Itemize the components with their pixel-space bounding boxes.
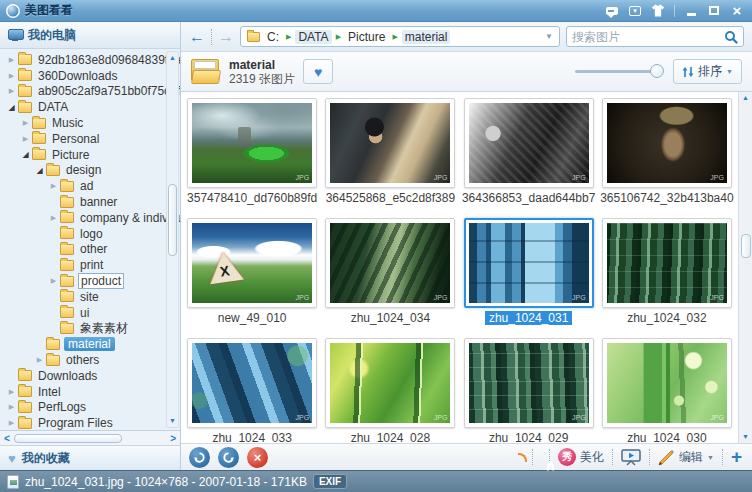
search-input[interactable] <box>572 30 724 44</box>
thumbnail-image[interactable]: JPG <box>607 103 727 183</box>
thumbnail-image[interactable]: JPG <box>469 223 589 303</box>
tree-item-Music[interactable]: ▶Music <box>2 115 180 131</box>
tree-item-others[interactable]: ▶others <box>2 352 180 368</box>
thumbnail-image[interactable]: JPG <box>607 343 727 423</box>
rotate-left-button[interactable] <box>189 447 210 468</box>
tree-item-site[interactable]: site <box>2 289 180 305</box>
expand-arrow-icon[interactable]: ▶ <box>20 119 31 127</box>
scrollbar-thumb[interactable] <box>14 434 122 443</box>
thumbnail-zhu_1024_028[interactable]: JPGzhu_1024_028 <box>323 338 457 443</box>
collapse-arrow-icon[interactable]: ◢ <box>34 166 45 175</box>
tree-item-Program Files[interactable]: ▶Program Files <box>2 415 180 430</box>
thumbnail-caption[interactable]: zhu_1024_029 <box>489 431 568 443</box>
back-button[interactable]: ← <box>189 27 205 47</box>
thumbnail-357478410_dd760b89fd[interactable]: JPG357478410_dd760b89fd <box>185 98 319 206</box>
beautify-button[interactable]: 秀 美化 <box>558 448 604 466</box>
tree-item-ad[interactable]: ▶ad <box>2 178 180 194</box>
thumbnail-364366853_daad644bb7[interactable]: JPG364366853_daad644bb7 <box>462 98 596 206</box>
scroll-up-icon[interactable]: ▲ <box>169 52 176 64</box>
tree-item-banner[interactable]: banner <box>2 194 180 210</box>
thumbnail-caption[interactable]: 365106742_32b413ba40 <box>600 191 733 205</box>
skin-button[interactable] <box>651 4 665 18</box>
chevron-down-icon[interactable]: ▼ <box>545 32 553 41</box>
my-computer-header[interactable]: 我的电脑 <box>0 22 180 49</box>
thumbnail-caption[interactable]: new_49_010 <box>218 311 287 325</box>
thumbnail-caption[interactable]: zhu_1024_033 <box>212 431 291 443</box>
my-favorites-header[interactable]: ♥ 我的收藏 <box>0 445 180 470</box>
feedback-button[interactable] <box>605 4 619 18</box>
thumbnail-card[interactable]: JPG <box>464 98 594 188</box>
grid-vertical-scrollbar[interactable]: ▲ ▼ <box>738 92 752 443</box>
thumbnail-new_49_010[interactable]: JPGnew_49_010 <box>185 218 319 326</box>
delete-button[interactable]: × <box>247 447 268 468</box>
scroll-up-icon[interactable]: ▲ <box>742 92 749 104</box>
thumbnail-caption[interactable]: 364525868_e5c2d8f389 <box>326 191 455 205</box>
expand-arrow-icon[interactable]: ▶ <box>6 388 17 396</box>
thumbnail-caption[interactable]: zhu_1024_030 <box>627 431 706 443</box>
thumbnail-card[interactable]: JPG <box>464 218 594 308</box>
expand-arrow-icon[interactable]: ▶ <box>48 214 59 222</box>
close-button[interactable]: × <box>730 4 744 18</box>
tree-item-other[interactable]: other <box>2 242 180 258</box>
expand-arrow-icon[interactable]: ▶ <box>6 72 17 80</box>
minimize-button[interactable] <box>684 4 698 18</box>
tree-horizontal-scrollbar[interactable]: < > <box>0 430 180 445</box>
thumbnail-card[interactable]: JPG <box>464 338 594 428</box>
tree-item-Downloads[interactable]: Downloads <box>2 368 180 384</box>
breadcrumb-segment[interactable]: DATA <box>295 30 331 44</box>
thumbnail-card[interactable]: JPG <box>602 218 732 308</box>
thumbnail-card[interactable]: JPG <box>187 98 317 188</box>
thumbnail-caption[interactable]: zhu_1024_032 <box>627 311 706 325</box>
breadcrumb-segment[interactable]: Picture <box>345 30 388 44</box>
thumbnail-image[interactable]: JPG <box>469 343 589 423</box>
rotate-right-button[interactable] <box>218 447 239 468</box>
breadcrumb-segment[interactable]: material <box>402 30 451 44</box>
tree-item-design[interactable]: ◢design <box>2 163 180 179</box>
scrollbar-thumb[interactable] <box>168 184 177 256</box>
tree-item-print[interactable]: print <box>2 257 180 273</box>
thumbnail-card[interactable]: JPG <box>602 338 732 428</box>
thumbnail-image[interactable]: JPG <box>330 223 450 303</box>
sort-button[interactable]: 排序 ▼ <box>673 59 742 84</box>
thumbnail-image[interactable]: JPG <box>469 103 589 183</box>
thumbnail-caption[interactable]: zhu_1024_034 <box>351 311 430 325</box>
edit-button[interactable]: 编辑 ▼ <box>658 449 714 466</box>
slideshow-button[interactable] <box>621 449 641 466</box>
thumbnail-caption[interactable]: 357478410_dd760b89fd <box>187 191 317 205</box>
expand-arrow-icon[interactable]: ▶ <box>20 135 31 143</box>
collapse-arrow-icon[interactable]: ◢ <box>6 103 17 112</box>
thumbnail-zhu_1024_034[interactable]: JPGzhu_1024_034 <box>323 218 457 326</box>
expand-arrow-icon[interactable]: ▶ <box>34 356 45 364</box>
scroll-left-icon[interactable]: < <box>4 433 10 444</box>
scrollbar-thumb[interactable] <box>741 234 751 258</box>
thumbnail-card[interactable]: JPG <box>187 338 317 428</box>
thumbnail-card[interactable]: JPG <box>325 218 455 308</box>
thumbnail-image[interactable]: JPG <box>607 223 727 303</box>
thumbnail-caption[interactable]: zhu_1024_031 <box>485 311 572 325</box>
tree-item-360Downloads[interactable]: ▶360Downloads <box>2 68 180 84</box>
tree-item-logo[interactable]: logo <box>2 226 180 242</box>
thumbnail-size-slider[interactable] <box>575 70 661 73</box>
thumbnail-zhu_1024_032[interactable]: JPGzhu_1024_032 <box>600 218 734 326</box>
tree-item-ui[interactable]: ui <box>2 305 180 321</box>
expand-arrow-icon[interactable]: ▶ <box>48 277 59 285</box>
thumbnail-card[interactable]: JPG <box>325 338 455 428</box>
expand-arrow-icon[interactable]: ▶ <box>6 419 17 427</box>
thumbnail-zhu_1024_031[interactable]: JPGzhu_1024_031 <box>462 218 596 326</box>
tree-item-Personal[interactable]: ▶Personal <box>2 131 180 147</box>
search-icon[interactable] <box>724 30 738 44</box>
thumbnail-364525868_e5c2d8f389[interactable]: JPG364525868_e5c2d8f389 <box>323 98 457 206</box>
tree-item-象素素材[interactable]: 象素素材 <box>2 321 180 337</box>
thumbnail-image[interactable]: JPG <box>330 343 450 423</box>
maximize-button[interactable] <box>707 4 721 18</box>
scroll-down-icon[interactable]: ▼ <box>169 415 176 427</box>
tree-item-Picture[interactable]: ◢Picture <box>2 147 180 163</box>
expand-arrow-icon[interactable]: ▶ <box>6 56 17 64</box>
tree-item-PerfLogs[interactable]: ▶PerfLogs <box>2 400 180 416</box>
popup-mode-button[interactable]: ▼ <box>628 4 642 18</box>
thumbnail-caption[interactable]: 364366853_daad644bb7 <box>462 191 595 205</box>
add-button[interactable]: + <box>731 448 742 466</box>
thumbnail-image[interactable]: JPG <box>192 103 312 183</box>
tree-item-product[interactable]: ▶product <box>2 273 180 289</box>
thumbnail-zhu_1024_029[interactable]: JPGzhu_1024_029 <box>462 338 596 443</box>
